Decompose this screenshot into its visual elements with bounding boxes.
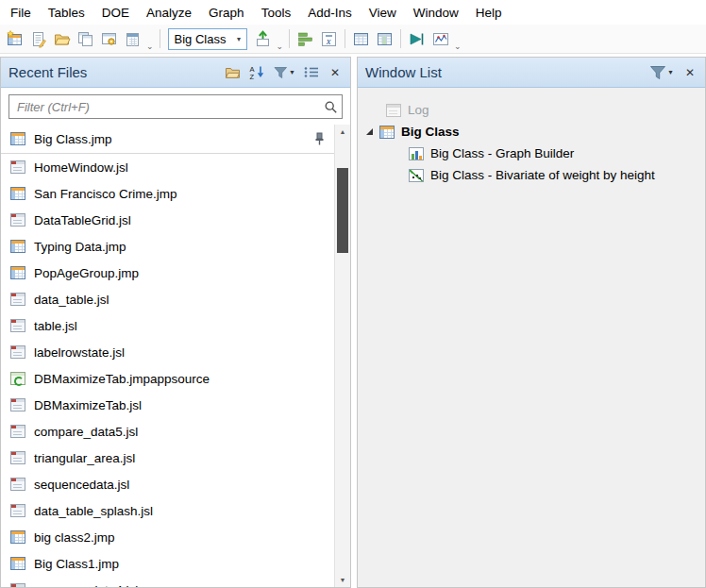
list-item[interactable]: compare_data5.jsl [1, 418, 334, 445]
new-application-button[interactable] [97, 26, 121, 51]
list-item[interactable]: labelrowstate.jsl [1, 339, 334, 365]
window-selector-combo[interactable]: Big Class ▾ [168, 28, 247, 50]
bivariate-icon [409, 169, 424, 182]
save-session-button[interactable] [251, 26, 275, 51]
jsl-file-icon [10, 345, 25, 359]
formula-xbar-icon: x [320, 30, 338, 48]
filter-input[interactable] [9, 95, 319, 118]
jsl-file-icon [10, 319, 25, 332]
list-item[interactable]: sequencedata.jsl [1, 471, 334, 497]
filter-menu-button[interactable]: ▼ [274, 64, 295, 81]
new-script-button[interactable] [26, 26, 50, 51]
vertical-scrollbar[interactable]: ▲ ▼ [334, 125, 350, 587]
menu-tools[interactable]: Tools [253, 0, 300, 25]
open-file-button[interactable] [225, 64, 241, 81]
close-panel-button[interactable]: ✕ [682, 64, 698, 81]
scroll-up-button[interactable]: ▲ [335, 125, 350, 139]
copy-button[interactable] [74, 26, 97, 51]
menu-doe[interactable]: DOE [93, 0, 138, 25]
run-script-button[interactable] [405, 26, 429, 51]
menu-file[interactable]: File [2, 0, 40, 25]
filter-menu-button[interactable]: ▼ [649, 64, 674, 81]
list-item[interactable]: Typing Data.jmp [1, 233, 334, 260]
pinned-file-item[interactable]: Big Class.jmp [1, 125, 334, 153]
list-item[interactable]: big class2.jmp [1, 524, 334, 550]
list-item[interactable]: triangular_area.jsl [1, 445, 334, 471]
list-item[interactable]: data_table.jsl [1, 286, 334, 312]
list-item[interactable]: compare_data4.jsl [1, 577, 334, 587]
menu-view[interactable]: View [361, 0, 405, 25]
formula-button[interactable]: x [317, 26, 341, 51]
pushpin-icon [314, 132, 325, 146]
toolbar-overflow-chevron[interactable]: ⌄ [144, 42, 156, 53]
tree-item-big-class[interactable]: Big Class [358, 121, 705, 143]
menu-analyze[interactable]: Analyze [138, 0, 200, 25]
list-item[interactable]: HomeWindow.jsl [1, 154, 334, 180]
filter-box [8, 94, 343, 119]
expander-icon[interactable] [366, 128, 373, 135]
recent-files-header-tools: A Z ▼ [225, 64, 343, 81]
menu-tables[interactable]: Tables [40, 0, 93, 25]
list-item[interactable]: PopAgeGroup.jmp [1, 260, 334, 286]
scrollbar-thumb[interactable] [337, 168, 348, 253]
svg-text:x: x [326, 35, 331, 45]
log-icon [386, 104, 401, 117]
list-item[interactable]: San Francisco Crime.jmp [1, 180, 334, 207]
sort-az-icon: A Z [249, 65, 265, 79]
new-data-table-button[interactable] [3, 26, 26, 51]
toolbar-separator [400, 29, 401, 48]
list-item[interactable]: DataTableGrid.jsl [1, 207, 334, 233]
scroll-down-button[interactable]: ▼ [335, 573, 350, 587]
summary-table-button[interactable] [373, 26, 396, 51]
jmp-file-icon [10, 240, 25, 253]
view-options-button[interactable] [304, 64, 319, 81]
close-panel-button[interactable]: ✕ [328, 64, 343, 81]
graph-builder-icon [409, 147, 424, 160]
search-icon [324, 100, 338, 114]
tree-item-graph-builder[interactable]: Big Class - Graph Builder [358, 143, 705, 164]
list-item[interactable]: Big Class1.jmp [1, 550, 334, 577]
file-list: HomeWindow.jsl San Francisco Crime.jmp D… [1, 154, 334, 587]
filter-funnel-icon [649, 65, 666, 80]
menu-addins[interactable]: Add-Ins [299, 0, 361, 25]
scrollbar-track[interactable] [335, 139, 350, 573]
jmp-file-icon [10, 557, 25, 570]
menu-window[interactable]: Window [405, 0, 467, 25]
panel-title: Recent Files [8, 64, 87, 80]
tree-item-bivariate[interactable]: Big Class - Bivariate of weight by heigh… [358, 164, 705, 186]
chevron-down-icon: ▼ [289, 69, 295, 76]
recent-files-list: Big Class.jmp HomeWindow.jsl San Francis… [1, 125, 334, 587]
appsource-file-icon [10, 372, 25, 385]
sort-button[interactable]: A Z [249, 64, 265, 81]
list-item[interactable]: DBMaximizeTab.jsl [1, 392, 334, 418]
data-table-button[interactable] [349, 26, 373, 51]
open-button[interactable] [50, 26, 74, 51]
tree-item-log[interactable]: Log [358, 99, 705, 121]
list-item[interactable]: data_table_splash.jsl [1, 497, 334, 524]
panel-title: Window List [365, 64, 442, 80]
toolbar-overflow-chevron[interactable]: ⌄ [275, 42, 286, 53]
search-button[interactable] [319, 95, 342, 118]
file-name: compare_data5.jsl [34, 425, 138, 439]
file-name: table.jsl [34, 319, 77, 333]
filter-funnel-icon [274, 66, 288, 79]
control-chart-button[interactable] [429, 26, 452, 51]
file-name: San Francisco Crime.jmp [34, 187, 177, 201]
jsl-file-icon [10, 425, 25, 438]
menu-help[interactable]: Help [467, 0, 511, 25]
file-name: data_table.jsl [34, 293, 109, 307]
window-list-header: Window List ▼ ✕ [358, 58, 705, 88]
pin-button[interactable] [314, 132, 325, 146]
control-chart-icon [431, 30, 450, 48]
toolbar-overflow-chevron[interactable]: ⌄ [452, 42, 463, 53]
chevron-down-icon: ▾ [232, 35, 246, 43]
journal-icon [124, 30, 142, 48]
graph-builder-button[interactable] [294, 26, 317, 51]
copy-tables-icon [76, 30, 94, 48]
list-item[interactable]: table.jsl [1, 312, 334, 339]
menu-graph[interactable]: Graph [200, 0, 253, 25]
toolbar: ⌄ Big Class ▾ ⌄ x [0, 25, 706, 54]
new-journal-button[interactable] [121, 26, 144, 51]
data-table-icon [352, 30, 370, 48]
list-item[interactable]: DBMaximizeTab.jmpappsource [1, 365, 334, 392]
